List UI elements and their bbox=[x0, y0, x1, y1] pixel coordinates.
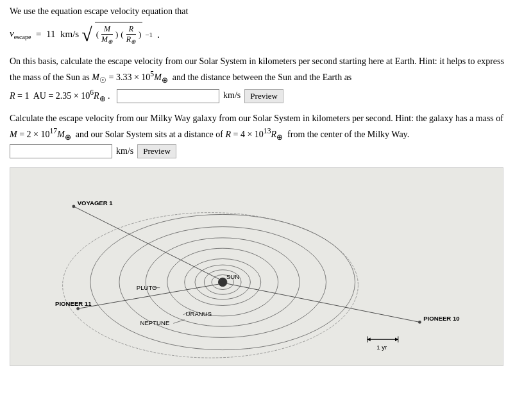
year-label: 1 yr bbox=[376, 344, 387, 351]
solar-system-diagram: SUN VOYAGER 1 PIONEER 11 PIONEER 10 PLUT… bbox=[10, 167, 503, 366]
equals-sign: = 11 km/s bbox=[33, 29, 79, 40]
svg-point-16 bbox=[418, 321, 421, 324]
problem1-preview-button[interactable]: Preview bbox=[244, 89, 283, 103]
period: . bbox=[157, 29, 160, 40]
problem1-text: On this basis, calculate the escape velo… bbox=[10, 56, 504, 82]
uranus-label: URANUS bbox=[186, 310, 212, 317]
voyager1-label: VOYAGER 1 bbox=[78, 199, 114, 206]
sun-label: SUN bbox=[226, 273, 239, 280]
v-escape-symbol: vescape bbox=[10, 28, 31, 40]
svg-point-14 bbox=[76, 307, 80, 310]
problem2-unit: km/s bbox=[116, 144, 133, 158]
problem1-block: On this basis, calculate the escape velo… bbox=[10, 55, 505, 105]
neg-one-exponent: −1 bbox=[145, 31, 153, 38]
sqrt-content: ( M M⊕ ) ( R R⊕ ) bbox=[95, 22, 143, 47]
problem1-unit: km/s bbox=[223, 88, 241, 103]
problem2-preview-button[interactable]: Preview bbox=[137, 144, 176, 158]
problem2-block: Calculate the escape velocity from our M… bbox=[10, 112, 505, 158]
problem2-answer-input[interactable] bbox=[10, 144, 112, 158]
pioneer11-label: PIONEER 11 bbox=[55, 301, 92, 308]
neptune-label: NEPTUNE bbox=[140, 319, 170, 326]
sqrt-symbol: √ bbox=[81, 26, 92, 43]
svg-point-12 bbox=[72, 205, 75, 208]
problem1-math: R = 1 AU = 2.35 × 106R⊕ . bbox=[10, 91, 115, 101]
problem2-input-line: km/s Preview bbox=[10, 144, 176, 158]
intro-text: We use the equation escape velocity equa… bbox=[10, 6, 505, 17]
problem1-input-line: km/s Preview bbox=[117, 88, 283, 103]
pluto-label: PLUTO bbox=[137, 284, 157, 291]
pioneer10-label: PIONEER 10 bbox=[423, 315, 459, 323]
problem1-answer-input[interactable] bbox=[117, 89, 219, 103]
main-equation: vescape = 11 km/s √ ( M M⊕ ) ( R R⊕ ) −1… bbox=[10, 22, 505, 47]
problem2-text: Calculate the escape velocity from our M… bbox=[10, 113, 503, 139]
diagram-svg: SUN VOYAGER 1 PIONEER 11 PIONEER 10 PLUT… bbox=[17, 174, 496, 359]
